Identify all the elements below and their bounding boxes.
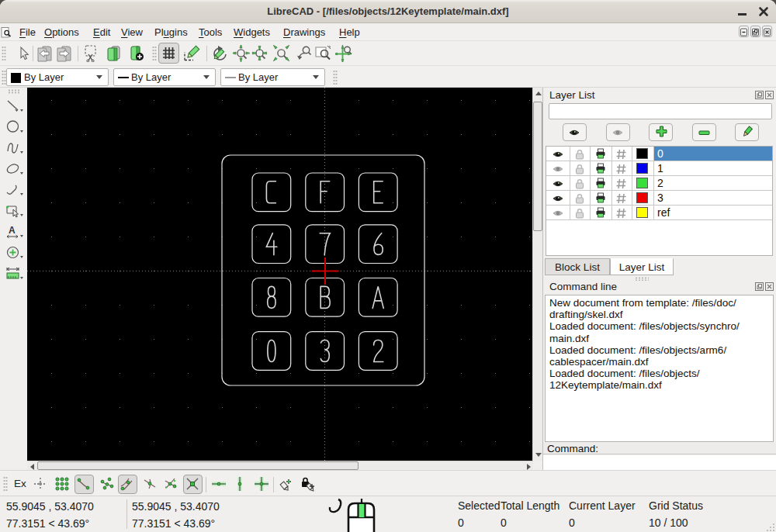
svg-text:A: A bbox=[9, 225, 16, 236]
